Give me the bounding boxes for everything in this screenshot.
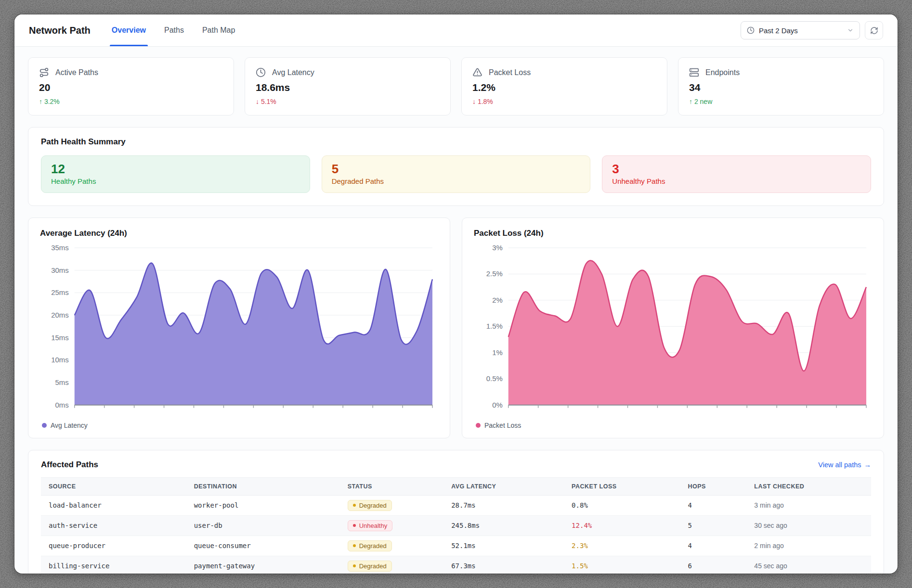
server-stack-icon: [689, 67, 699, 77]
svg-text:20ms: 20ms: [51, 311, 69, 319]
cell-packet-loss: 2.3%: [564, 536, 680, 556]
cell-packet-loss: 1.5%: [564, 556, 680, 574]
latency-chart-title: Average Latency (24h): [40, 229, 438, 238]
cell-source: queue-producer: [41, 536, 186, 556]
stat-delta: ↓ 5.1%: [256, 98, 440, 105]
cell-source: auth-service: [41, 515, 186, 536]
healthy-count: 12: [51, 162, 300, 177]
status-dot-icon: [353, 504, 356, 507]
healthy-paths-pill: 12 Healthy Paths: [41, 155, 310, 193]
col-status: STATUS: [340, 477, 444, 495]
cell-last-checked: 2 min ago: [746, 536, 871, 556]
affected-paths-body: load-balancerworker-poolDegraded28.7ms0.…: [41, 495, 871, 574]
packet-loss-chart-card: Packet Loss (24h) 0%0.5%1%1.5%2%2.5%3% P…: [462, 217, 884, 438]
col-last-checked: LAST CHECKED: [746, 477, 871, 495]
header: Network Path Overview Paths Path Map Pas…: [14, 14, 898, 47]
stat-value: 1.2%: [472, 82, 656, 93]
cell-last-checked: 30 sec ago: [746, 515, 871, 536]
affected-paths-card: Affected Paths View all paths → SOURCE: [28, 450, 884, 574]
legend-dot: [476, 423, 481, 428]
cell-hops: 6: [680, 556, 746, 574]
page-title: Network Path: [29, 25, 91, 36]
view-all-paths-link[interactable]: View all paths →: [818, 461, 871, 469]
refresh-icon: [870, 26, 878, 35]
cell-source: billing-service: [41, 556, 186, 574]
cell-packet-loss: 0.8%: [564, 495, 680, 515]
table-row: queue-producerqueue-consumerDegraded52.1…: [41, 536, 871, 556]
svg-text:5ms: 5ms: [55, 378, 69, 386]
packet-loss-area-chart: 0%0.5%1%1.5%2%2.5%3%: [474, 242, 872, 421]
time-range-select[interactable]: Past 2 Days: [741, 21, 860, 39]
stat-card-active-paths: Active Paths 20 ↑ 3.2%: [28, 57, 234, 115]
legend-dot: [42, 423, 47, 428]
degraded-count: 5: [332, 162, 581, 177]
table-row: load-balancerworker-poolDegraded28.7ms0.…: [41, 495, 871, 515]
stat-delta: ↑ 3.2%: [39, 98, 223, 105]
affected-paths-title: Affected Paths: [41, 460, 98, 470]
col-destination: DESTINATION: [186, 477, 340, 495]
dashboard-panel: Network Path Overview Paths Path Map Pas…: [14, 14, 898, 574]
svg-text:0%: 0%: [492, 401, 503, 409]
stat-value: 20: [39, 82, 223, 93]
legend-label: Packet Loss: [484, 422, 521, 429]
tab-path-map[interactable]: Path Map: [202, 14, 235, 46]
latency-area-chart: 0ms5ms10ms15ms20ms25ms30ms35ms: [40, 242, 438, 421]
svg-text:2%: 2%: [492, 296, 503, 304]
stat-card-packet-loss: Packet Loss 1.2% ↓ 1.8%: [461, 57, 667, 115]
table-row: auth-serviceuser-dbUnhealthy245.8ms12.4%…: [41, 515, 871, 536]
clock-icon: [747, 26, 755, 34]
status-dot-icon: [353, 564, 356, 567]
health-summary-title: Path Health Summary: [41, 137, 871, 147]
stat-label: Endpoints: [705, 68, 740, 77]
cell-last-checked: 3 min ago: [746, 495, 871, 515]
cell-destination: payment-gateway: [186, 556, 340, 574]
svg-text:35ms: 35ms: [51, 243, 69, 252]
svg-text:0.5%: 0.5%: [486, 374, 503, 383]
packet-loss-legend: Packet Loss: [474, 421, 872, 431]
main-content: Active Paths 20 ↑ 3.2% Avg Latency 18.6m…: [14, 47, 898, 574]
latency-legend: Avg Latency: [40, 421, 438, 431]
cell-last-checked: 45 sec ago: [746, 556, 871, 574]
charts-row: Average Latency (24h) 0ms5ms10ms15ms20ms…: [28, 217, 884, 438]
cell-avg-latency: 28.7ms: [443, 495, 564, 515]
svg-text:1.5%: 1.5%: [486, 322, 503, 330]
legend-label: Avg Latency: [51, 422, 88, 429]
cell-destination: user-db: [186, 515, 340, 536]
svg-text:3%: 3%: [492, 243, 503, 252]
stat-label: Packet Loss: [489, 68, 531, 77]
status-badge: Degraded: [348, 561, 392, 572]
unhealthy-paths-pill: 3 Unhealthy Paths: [602, 155, 871, 193]
view-all-paths-label: View all paths: [818, 461, 861, 469]
stat-cards: Active Paths 20 ↑ 3.2% Avg Latency 18.6m…: [28, 57, 884, 115]
route-icon: [39, 67, 49, 77]
cell-status: Degraded: [340, 556, 444, 574]
healthy-label: Healthy Paths: [51, 177, 300, 185]
affected-paths-header: Affected Paths View all paths →: [41, 460, 871, 470]
cell-status: Degraded: [340, 495, 444, 515]
cell-hops: 5: [680, 515, 746, 536]
latency-chart-card: Average Latency (24h) 0ms5ms10ms15ms20ms…: [28, 217, 450, 438]
col-avg-latency: AVG LATENCY: [443, 477, 564, 495]
svg-text:30ms: 30ms: [51, 266, 69, 274]
path-health-summary: Path Health Summary 12 Healthy Paths 5 D…: [28, 127, 884, 206]
stat-value: 34: [689, 82, 873, 93]
affected-paths-table: SOURCE DESTINATION STATUS AVG LATENCY PA…: [41, 477, 871, 574]
table-header-row: SOURCE DESTINATION STATUS AVG LATENCY PA…: [41, 477, 871, 495]
tab-bar: Overview Paths Path Map: [112, 14, 235, 46]
stat-delta: ↑ 2 new: [689, 98, 873, 105]
status-badge: Degraded: [348, 500, 392, 511]
stat-label: Avg Latency: [272, 68, 314, 77]
cell-avg-latency: 67.3ms: [443, 556, 564, 574]
tab-overview[interactable]: Overview: [112, 14, 146, 46]
status-badge: Unhealthy: [348, 520, 393, 531]
svg-text:0ms: 0ms: [55, 401, 69, 409]
unhealthy-label: Unhealthy Paths: [612, 177, 861, 185]
svg-text:15ms: 15ms: [51, 333, 69, 342]
refresh-button[interactable]: [865, 21, 883, 39]
tab-paths[interactable]: Paths: [164, 14, 184, 46]
packet-loss-chart-title: Packet Loss (24h): [474, 229, 872, 238]
degraded-paths-pill: 5 Degraded Paths: [322, 155, 591, 193]
header-actions: Past 2 Days: [741, 21, 883, 39]
svg-text:25ms: 25ms: [51, 288, 69, 296]
col-packet-loss: PACKET LOSS: [564, 477, 680, 495]
